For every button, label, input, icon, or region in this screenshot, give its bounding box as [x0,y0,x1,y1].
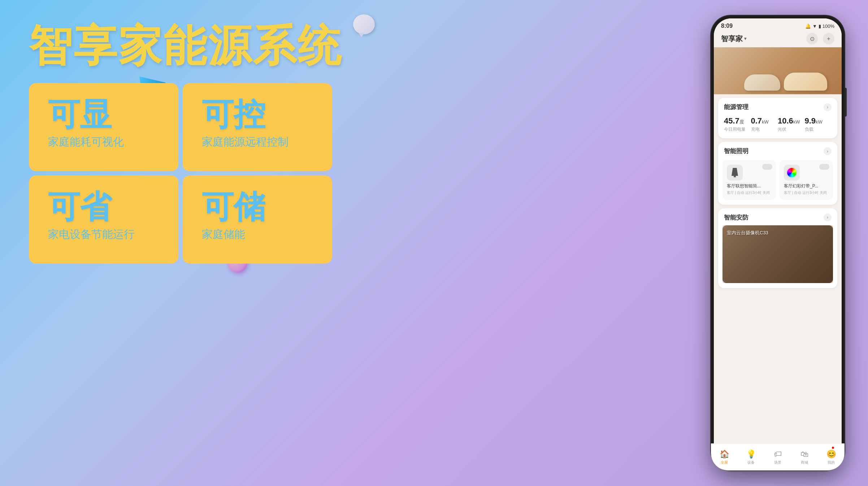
energy-label-2: 光伏 [778,126,805,133]
card-save-title: 可省 [48,191,159,223]
energy-header: 能源管理 › [718,98,837,115]
lamp-icon [729,167,740,178]
cards-grid: 可显 家庭能耗可视化 可控 家庭能源远程控制 可省 家电设备节能运行 可储 家庭… [29,83,332,264]
phone-screen: 8:09 🔔 ▼ ▮ 100% 智享家 ▾ ⊙ [714,18,842,468]
phone-frame: 8:09 🔔 ▼ ▮ 100% 智享家 ▾ ⊙ [711,16,845,470]
pillow-decoration-1 [744,74,780,91]
device-colorstrip[interactable]: 客厅幻彩灯带_P... 客厅 | 自动 运行3小时 关闭 [780,160,833,200]
notification-icon: 🔔 [805,23,811,29]
card-save[interactable]: 可省 家电设备节能运行 [29,175,178,264]
colorstrip-name: 客厅幻彩灯带_P... [784,183,829,189]
energy-section: 能源管理 › 45.7度 今日用电量 0.7kW [718,98,837,138]
battery-icon: ▮ [819,23,821,29]
nav-mine-icon: 😊 [826,450,836,459]
header-icons: ⊙ ＋ [806,33,834,44]
nav-item-shop[interactable]: 🛍 商城 [791,444,818,468]
card-display[interactable]: 可显 家庭能耗可视化 [29,83,178,171]
card-store[interactable]: 可储 家庭储能 [183,175,332,264]
nav-home-label: 全屋 [721,460,728,465]
add-icon: ＋ [826,35,832,43]
card-save-subtitle: 家电设备节能运行 [48,227,159,242]
device-lamp[interactable]: 客厅联想智能筒... 客厅 | 自动 运行3小时 关闭 [722,160,776,200]
status-bar: 8:09 🔔 ▼ ▮ 100% [714,18,842,31]
energy-value-3: 9.9kW [805,116,832,126]
energy-stats: 45.7度 今日用电量 0.7kW 充电 10.6kW [718,115,837,138]
app-header: 智享家 ▾ ⊙ ＋ [714,31,842,47]
phone-container: 8:09 🔔 ▼ ▮ 100% 智享家 ▾ ⊙ [702,11,854,475]
scan-icon: ⊙ [810,35,815,42]
lighting-arrow[interactable]: › [824,147,832,155]
nav-shop-label: 商城 [801,460,808,465]
status-icons: 🔔 ▼ ▮ 100% [805,23,834,29]
lighting-section: 智能照明 › [718,142,837,205]
nav-mine-label: 我的 [828,460,835,465]
card-control[interactable]: 可控 家庭能源远程控制 [183,83,332,171]
wifi-icon: ▼ [812,23,817,29]
nav-device-label: 设备 [747,460,755,465]
colorstrip-info: 客厅 | 自动 运行3小时 关闭 [784,190,829,195]
lighting-title: 智能照明 [724,147,748,155]
card-display-title: 可显 [48,99,159,130]
main-title: 智享家能源系统 [29,22,342,69]
pillow-decoration-2 [784,73,827,91]
camera-label: 室内云台摄像机C33 [727,230,768,236]
energy-label-1: 充电 [751,126,778,133]
left-section: 智享家能源系统 可显 家庭能耗可视化 可控 [0,0,354,486]
nav-device-icon: 💡 [746,450,756,459]
nav-item-mine[interactable]: 😊 我的 [818,444,842,468]
energy-value-2: 10.6kW [778,116,805,126]
security-header: 智能安防 › [718,208,837,225]
energy-stat-2: 10.6kW 光伏 [778,116,805,133]
speech-bubble-decoration [353,14,375,34]
card-control-title: 可控 [202,99,313,130]
card-store-title: 可储 [202,191,313,223]
home-dropdown-arrow: ▾ [744,36,746,41]
energy-value-0: 45.7度 [724,116,751,126]
security-arrow[interactable]: › [824,213,832,221]
battery-percent: 100% [823,23,834,29]
nav-item-home[interactable]: 🏠 全屋 [714,444,738,468]
camera-preview[interactable]: 室内云台摄像机C33 [722,225,833,283]
energy-stat-3: 9.9kW 负载 [805,116,832,133]
energy-stat-1: 0.7kW 充电 [751,116,778,133]
energy-arrow[interactable]: › [824,103,832,111]
lamp-icon-area [727,165,743,181]
scan-button[interactable]: ⊙ [806,33,818,44]
nav-shop-icon: 🛍 [800,450,808,459]
card-store-subtitle: 家庭储能 [202,227,313,242]
energy-title: 能源管理 [724,103,748,111]
colorstrip-toggle[interactable] [819,164,829,170]
lamp-toggle[interactable] [762,164,772,170]
energy-value-1: 0.7kW [751,116,778,126]
energy-label-0: 今日用电量 [724,126,751,133]
security-title: 智能安防 [724,213,748,222]
title-area: 智享家能源系统 [29,22,342,69]
nav-scene-icon: 🏷 [774,450,782,459]
card-display-subtitle: 家庭能耗可视化 [48,135,159,149]
nav-home-icon: 🏠 [720,450,729,459]
energy-label-3: 负载 [805,126,832,133]
nav-item-scene[interactable]: 🏷 场景 [764,444,791,468]
lamp-info: 客厅 | 自动 运行3小时 关闭 [727,190,772,195]
status-time: 8:09 [721,23,733,29]
bottom-nav: 🏠 全屋 💡 设备 🏷 场景 🛍 商城 😊 我的 [714,443,842,468]
lighting-items: 客厅联想智能筒... 客厅 | 自动 运行3小时 关闭 客厅幻彩灯带_P... … [718,159,837,205]
home-name-text: 智享家 [721,34,743,44]
lighting-header: 智能照明 › [718,142,837,159]
card-control-subtitle: 家庭能源远程控制 [202,135,313,149]
lamp-name: 客厅联想智能筒... [727,183,772,189]
nav-mine-badge [832,447,834,449]
color-wheel-icon [786,167,798,178]
security-section: 智能安防 › 室内云台摄像机C33 [718,208,837,288]
colorwheel-icon-area [784,165,800,181]
add-button[interactable]: ＋ [823,33,834,44]
home-name-area[interactable]: 智享家 ▾ [721,34,746,44]
home-image [714,47,842,94]
nav-item-device[interactable]: 💡 设备 [738,444,764,468]
energy-stat-0: 45.7度 今日用电量 [724,116,751,133]
nav-scene-label: 场景 [774,460,781,465]
phone-content[interactable]: 能源管理 › 45.7度 今日用电量 0.7kW [714,94,842,468]
